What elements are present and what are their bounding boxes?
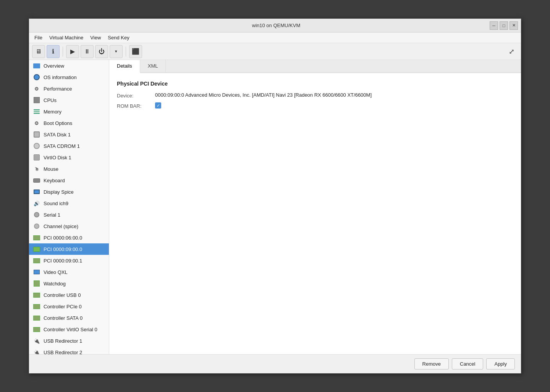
sidebar-item-usb-redirector-1[interactable]: 🔌 USB Redirector 1	[29, 335, 109, 347]
sidebar-label-overview: Overview	[44, 63, 64, 69]
sidebar-label-serial: Serial 1	[44, 212, 60, 218]
cdrom-icon	[33, 142, 40, 150]
sidebar-item-controller-pcie-0[interactable]: Controller PCIe 0	[29, 301, 109, 312]
sidebar-item-sata-cdrom-1[interactable]: SATA CDROM 1	[29, 140, 109, 152]
sidebar-item-channel-spice[interactable]: Channel (spice)	[29, 220, 109, 232]
sidebar-item-os-information[interactable]: OS information	[29, 71, 109, 83]
virtio-disk-icon	[33, 154, 40, 161]
rom-bar-field-row: ROM BAR:	[117, 102, 513, 109]
sidebar-label-ctrl-sata: Controller SATA 0	[44, 315, 82, 321]
keyboard-icon	[33, 177, 40, 184]
performance-icon: ⚙	[33, 85, 40, 92]
sidebar-item-overview[interactable]: Overview	[29, 60, 109, 71]
sidebar-item-cpus[interactable]: CPUs	[29, 94, 109, 106]
ctrl-usb-icon	[33, 291, 40, 299]
mouse-icon: 🖱	[33, 165, 40, 173]
monitor-button[interactable]: 🖥	[32, 45, 45, 58]
sidebar-item-serial-1[interactable]: Serial 1	[29, 209, 109, 220]
menu-virtual-machine[interactable]: Virtual Machine	[46, 34, 86, 41]
sidebar-item-usb-redirector-2[interactable]: 🔌 USB Redirector 2	[29, 347, 109, 354]
tab-xml[interactable]: XML	[140, 60, 166, 73]
titlebar: win10 on QEMU/KVM ─ □ ✕	[29, 19, 521, 32]
fullscreen-button[interactable]: ⤢	[505, 45, 518, 58]
sidebar-item-watchdog[interactable]: Watchdog	[29, 278, 109, 289]
menu-file[interactable]: File	[31, 34, 45, 41]
sidebar-item-keyboard[interactable]: Keyboard	[29, 175, 109, 186]
rom-bar-label: ROM BAR:	[117, 102, 155, 109]
sidebar-item-memory[interactable]: Memory	[29, 106, 109, 117]
power-dropdown-button[interactable]: ▾	[110, 45, 123, 58]
run-button[interactable]: ▶	[66, 45, 79, 58]
sidebar-label-channel: Channel (spice)	[44, 224, 78, 229]
device-field-row: Device: 0000:09:00:0 Advanced Micro Devi…	[117, 92, 513, 99]
sata-disk-icon	[33, 131, 40, 138]
tab-details[interactable]: Details	[109, 60, 140, 73]
sidebar-label-pci-06: PCI 0000:06:00.0	[44, 235, 82, 241]
cancel-button[interactable]: Cancel	[452, 358, 483, 369]
section-title: Physical PCI Device	[117, 81, 513, 87]
sidebar-label-sata-disk: SATA Disk 1	[44, 132, 71, 138]
sidebar-label-performance: Performance	[44, 86, 72, 92]
close-button[interactable]: ✕	[510, 21, 518, 30]
ctrl-pcie-icon	[33, 303, 40, 310]
sidebar-label-os: OS information	[44, 75, 77, 80]
sidebar-item-sata-disk-1[interactable]: SATA Disk 1	[29, 129, 109, 140]
toolbar-separator-2	[126, 47, 126, 57]
ctrl-sata-icon	[33, 314, 40, 322]
sidebar-item-display-spice[interactable]: Display Spice	[29, 186, 109, 198]
video-qxl-icon	[33, 268, 40, 276]
sidebar-item-virtio-disk-1[interactable]: VirtIO Disk 1	[29, 152, 109, 163]
remove-button[interactable]: Remove	[414, 358, 449, 369]
sidebar-item-boot-options[interactable]: ⚙ Boot Options	[29, 117, 109, 129]
sidebar-label-ctrl-virtio: Controller VirtIO Serial 0	[44, 327, 97, 332]
pci-09-1-icon	[33, 257, 40, 264]
sidebar-label-display: Display Spice	[44, 189, 74, 195]
snapshot-button[interactable]: ⬛	[129, 45, 142, 58]
main-panel: Details XML Physical PCI Device Device: …	[109, 60, 521, 354]
apply-button[interactable]: Apply	[486, 358, 515, 369]
sidebar-label-sound: Sound ich9	[44, 201, 68, 206]
sidebar-label-mouse: Mouse	[44, 166, 58, 172]
power-button[interactable]: ⏻	[95, 45, 108, 58]
sidebar-item-controller-virtio-serial-0[interactable]: Controller VirtIO Serial 0	[29, 324, 109, 335]
sidebar-label-cpus: CPUs	[44, 97, 57, 103]
sidebar-item-pci-0000-09-00[interactable]: PCI 0000:09:00.0	[29, 243, 109, 255]
cpu-icon	[33, 96, 40, 104]
sidebar-item-pci-0000-06-00[interactable]: PCI 0000:06:00.0	[29, 232, 109, 243]
sidebar-label-watchdog: Watchdog	[44, 281, 66, 287]
sidebar-label-keyboard: Keyboard	[44, 178, 65, 183]
rom-bar-checkbox[interactable]	[155, 102, 161, 109]
titlebar-controls: ─ □ ✕	[490, 21, 518, 30]
sidebar-item-mouse[interactable]: 🖱 Mouse	[29, 163, 109, 175]
window-title: win10 on QEMU/KVM	[63, 23, 490, 28]
serial-icon	[33, 211, 40, 219]
maximize-button[interactable]: □	[500, 21, 508, 30]
sidebar-item-controller-usb-0[interactable]: Controller USB 0	[29, 289, 109, 301]
channel-icon	[33, 222, 40, 230]
minimize-button[interactable]: ─	[490, 21, 498, 30]
menubar: File Virtual Machine View Send Key	[29, 32, 521, 43]
content-area: Overview OS information ⚙ Performance CP…	[29, 60, 521, 354]
sidebar-label-memory: Memory	[44, 109, 61, 115]
sidebar-label-usb-2: USB Redirector 2	[44, 350, 82, 355]
sidebar: Overview OS information ⚙ Performance CP…	[29, 60, 109, 354]
device-value: 0000:09:00:0 Advanced Micro Devices, Inc…	[155, 92, 372, 98]
sidebar-item-performance[interactable]: ⚙ Performance	[29, 83, 109, 94]
boot-icon: ⚙	[33, 119, 40, 127]
toolbar-separator-1	[63, 47, 63, 57]
pause-button[interactable]: ⏸	[81, 45, 94, 58]
memory-icon	[33, 108, 40, 115]
details-button[interactable]: ℹ	[47, 45, 60, 58]
menu-send-key[interactable]: Send Key	[105, 34, 132, 41]
rom-bar-checkbox-container	[155, 102, 161, 109]
sidebar-item-controller-sata-0[interactable]: Controller SATA 0	[29, 312, 109, 324]
menu-view[interactable]: View	[87, 34, 104, 41]
detail-panel: Physical PCI Device Device: 0000:09:00:0…	[109, 73, 521, 354]
sidebar-label-boot: Boot Options	[44, 120, 72, 126]
sidebar-label-ctrl-usb: Controller USB 0	[44, 292, 81, 298]
sidebar-item-pci-0000-09-00-1[interactable]: PCI 0000:09:00.1	[29, 255, 109, 266]
sidebar-item-video-qxl[interactable]: Video QXL	[29, 266, 109, 278]
sidebar-label-pci-09-1: PCI 0000:09:00.1	[44, 258, 82, 264]
sidebar-item-sound-ich9[interactable]: 🔊 Sound ich9	[29, 198, 109, 209]
os-icon	[33, 73, 40, 81]
